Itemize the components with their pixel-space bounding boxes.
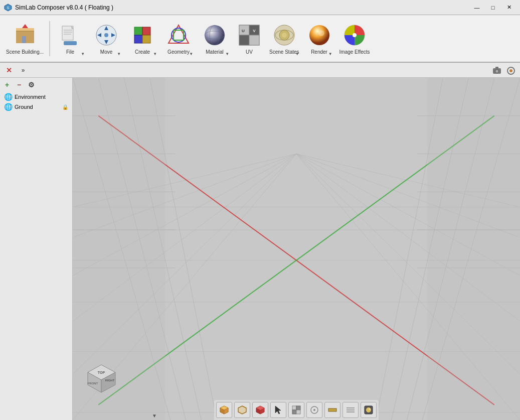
- svg-line-50: [73, 154, 296, 321]
- svg-line-48: [73, 154, 296, 238]
- solid-box-button[interactable]: [252, 402, 268, 418]
- circle-view-button[interactable]: [306, 402, 322, 418]
- wireframe-button[interactable]: [342, 402, 359, 418]
- toolbar-image-effects[interactable]: Image Effects: [336, 18, 373, 59]
- toolbar-uv[interactable]: U V UV: [233, 18, 265, 59]
- svg-line-75: [407, 78, 494, 420]
- image-effects-icon: [341, 22, 368, 48]
- environment-label: Environment: [15, 94, 46, 100]
- scene-building-label: Scene Building...: [6, 49, 44, 55]
- left-panel: + − ⚙ 🌐 Environment 🌐 Ground 🔒: [0, 78, 73, 420]
- environment-icon: 🌐: [4, 93, 13, 101]
- render-preview-button[interactable]: [361, 402, 377, 418]
- sub-toolbar: ✕ »: [0, 63, 520, 78]
- move-arrow-icon: ▼: [117, 52, 121, 56]
- image-effects-label: Image Effects: [339, 49, 370, 55]
- svg-rect-29: [239, 35, 249, 45]
- panel-controls: + − ⚙: [2, 80, 70, 90]
- add-item-button[interactable]: +: [2, 80, 12, 90]
- svg-rect-17: [134, 35, 142, 43]
- svg-rect-104: [292, 410, 296, 414]
- tree-item-ground[interactable]: 🌐 Ground 🔒: [2, 102, 70, 112]
- viewport[interactable]: TOP FRONT RIGHT: [73, 78, 520, 420]
- settings-button[interactable]: ⚙: [26, 80, 36, 90]
- svg-text:V: V: [253, 29, 256, 33]
- svg-rect-43: [495, 67, 498, 69]
- minimize-button[interactable]: —: [470, 3, 484, 13]
- file-label: File: [66, 49, 74, 55]
- svg-line-77: [376, 78, 443, 420]
- svg-rect-16: [134, 27, 142, 35]
- shape-button[interactable]: [234, 402, 250, 418]
- material-arrow-icon: ▼: [225, 52, 229, 56]
- title-bar: S SimLab Composer v8.0.4 ( Floating ) — …: [0, 0, 520, 15]
- ground-label: Ground: [15, 104, 33, 110]
- render-icon: [306, 22, 332, 48]
- svg-line-51: [73, 154, 296, 375]
- svg-line-54: [296, 154, 520, 238]
- svg-line-68: [150, 78, 217, 420]
- toolbar-sep-1: [49, 21, 50, 56]
- toolbar-scene-building[interactable]: ✕ Scene Building...: [3, 18, 47, 59]
- svg-point-114: [369, 408, 371, 410]
- svg-rect-102: [292, 406, 296, 410]
- viewport-bottom-toolbar: [214, 400, 379, 420]
- viewport-grid: [73, 78, 520, 420]
- toolbar-file[interactable]: File ▼: [53, 18, 88, 59]
- file-icon: [57, 22, 83, 48]
- ground-icon: 🌐: [4, 103, 13, 111]
- flat-button[interactable]: [324, 402, 340, 418]
- svg-rect-5: [22, 36, 26, 43]
- svg-line-84: [98, 116, 494, 405]
- uv-label: UV: [246, 49, 253, 55]
- file-arrow-icon: ▼: [81, 52, 85, 56]
- view-cube[interactable]: TOP FRONT RIGHT: [83, 362, 120, 400]
- scene-states-arrow-icon: ▼: [295, 52, 299, 56]
- toolbar-scene-states[interactable]: Scene States ▼: [266, 18, 302, 59]
- svg-marker-97: [238, 406, 246, 414]
- close-button[interactable]: ✕: [502, 3, 516, 13]
- svg-line-74: [422, 78, 520, 420]
- geometry-icon: [165, 22, 192, 48]
- svg-point-40: [353, 33, 357, 37]
- svg-point-23: [205, 25, 225, 45]
- capture-icon-btn[interactable]: [505, 64, 517, 76]
- select-arrow-button[interactable]: [270, 402, 286, 418]
- svg-text:TOP: TOP: [98, 371, 105, 374]
- svg-line-56: [296, 154, 520, 321]
- svg-rect-30: [249, 35, 259, 45]
- svg-point-45: [509, 69, 512, 72]
- camera-icon-btn[interactable]: [491, 64, 503, 76]
- grid-view-button[interactable]: [288, 402, 304, 418]
- svg-text:U: U: [242, 29, 245, 33]
- maximize-button[interactable]: □: [486, 3, 500, 13]
- toolbar-create[interactable]: Create ▼: [125, 18, 160, 59]
- svg-point-42: [495, 69, 499, 73]
- toolbar-geometry[interactable]: Geometry ▼: [161, 18, 196, 59]
- toolbar-render[interactable]: Render ▼: [303, 18, 335, 59]
- material-label: Material: [206, 49, 224, 55]
- svg-point-113: [366, 407, 371, 412]
- app-icon: S: [4, 4, 12, 12]
- render-label: Render: [311, 49, 327, 55]
- svg-line-58: [296, 154, 520, 420]
- svg-point-107: [313, 409, 315, 411]
- toolbar-material[interactable]: Material ▼: [197, 18, 232, 59]
- close-panel-button[interactable]: ✕: [3, 64, 15, 76]
- uv-icon: U V: [236, 22, 262, 48]
- tree-item-environment[interactable]: 🌐 Environment: [2, 92, 70, 102]
- geometry-arrow-icon: ▼: [189, 52, 193, 56]
- scene-building-icon: ✕: [12, 22, 38, 48]
- remove-item-button[interactable]: −: [14, 80, 24, 90]
- scene-states-icon: [271, 22, 297, 48]
- create-icon: [129, 22, 155, 48]
- double-arrow-button[interactable]: »: [17, 64, 29, 76]
- cube-shape-button[interactable]: [216, 402, 232, 418]
- toolbar-move[interactable]: Move ▼: [89, 18, 124, 59]
- create-label: Create: [135, 49, 150, 55]
- window-controls[interactable]: — □ ✕: [470, 3, 516, 13]
- svg-line-47: [73, 154, 296, 207]
- app-title-group: S SimLab Composer v8.0.4 ( Floating ): [4, 4, 113, 12]
- svg-text:FRONT: FRONT: [88, 382, 98, 385]
- svg-rect-3: [16, 28, 34, 31]
